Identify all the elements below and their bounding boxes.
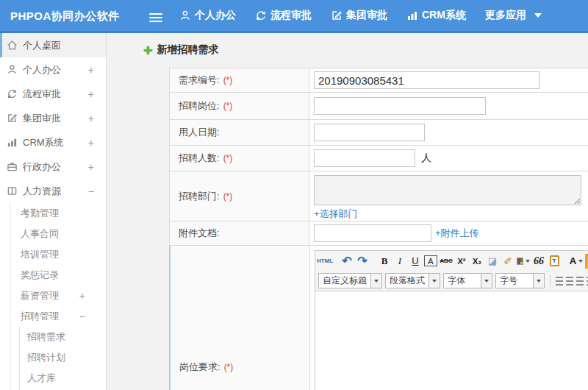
expand-icon[interactable]: + bbox=[88, 137, 94, 149]
undo-icon[interactable]: ↶ bbox=[340, 254, 354, 269]
eraser-icon[interactable]: ◪ bbox=[486, 254, 499, 269]
add-plus-icon: ✚ bbox=[143, 45, 153, 56]
person-icon bbox=[7, 64, 20, 75]
sidebar-item-workflow-approval[interactable]: 流程审批 + bbox=[0, 82, 106, 106]
nav-personal-office[interactable]: 个人办公 bbox=[179, 9, 236, 22]
paste-text-button[interactable]: T bbox=[548, 254, 561, 269]
department-textarea[interactable] bbox=[314, 175, 581, 205]
expand-icon[interactable]: + bbox=[88, 113, 94, 124]
sidebar-item-label: 人事合同 bbox=[21, 227, 59, 241]
underline-button[interactable]: U bbox=[409, 254, 422, 269]
sidebar-item-recruit-demand[interactable]: 招聘需求 bbox=[20, 327, 106, 347]
bold-button[interactable]: B bbox=[378, 254, 391, 269]
sidebar-item-label: 考勤管理 bbox=[21, 207, 59, 220]
sidebar-item-label: CRM系统 bbox=[23, 136, 64, 149]
recruit-submenu: 招聘需求 招聘计划 人才库 bbox=[19, 327, 106, 390]
page-title: ✚ 新增招聘需求 bbox=[143, 43, 219, 57]
color-palette-dropdown[interactable] bbox=[517, 254, 530, 269]
form-row-headcount: 招聘人数: (*) 人 bbox=[169, 146, 588, 171]
sidebar-item-label: 人力资源 bbox=[23, 185, 61, 198]
caret-down-icon bbox=[578, 260, 583, 263]
superscript-button[interactable]: X² bbox=[455, 254, 468, 269]
required-mark: (*) bbox=[224, 362, 234, 372]
field-label: 需求编号: (*) bbox=[170, 68, 309, 92]
main-content: ✚ 新增招聘需求 需求编号: (*) 招聘岗位: (*) bbox=[107, 33, 588, 390]
sidebar-item-recruitment[interactable]: 招聘管理 − bbox=[10, 306, 106, 327]
autotypeset-button[interactable]: A bbox=[424, 255, 437, 266]
hamburger-menu-icon[interactable] bbox=[149, 11, 164, 24]
expand-icon[interactable]: − bbox=[88, 185, 94, 197]
format-brush-icon[interactable]: ✐ bbox=[501, 254, 514, 269]
subscript-button[interactable]: X₂ bbox=[470, 254, 484, 269]
expand-icon[interactable]: + bbox=[79, 290, 85, 302]
attachment-input[interactable] bbox=[314, 224, 431, 242]
sidebar-item-personal-office[interactable]: 个人办公 + bbox=[0, 57, 106, 82]
field-label: 用人日期: bbox=[170, 120, 309, 145]
position-input[interactable] bbox=[314, 97, 486, 115]
demand-number-input[interactable] bbox=[314, 71, 539, 89]
html-source-button[interactable]: HTML bbox=[318, 254, 331, 269]
clipboard-icon: T bbox=[550, 255, 559, 266]
blockquote-button[interactable]: 66 bbox=[532, 254, 545, 269]
sidebar-item-label: 集团审批 bbox=[23, 112, 61, 125]
headcount-input[interactable] bbox=[314, 149, 415, 167]
app-window: PHPOA协同办公软件 个人办公 流程审批 bbox=[0, 0, 588, 390]
nav-label: 个人办公 bbox=[195, 9, 236, 22]
font-family-dropdown[interactable]: 字体 bbox=[443, 273, 492, 288]
caret-down-icon bbox=[374, 280, 379, 283]
italic-button[interactable]: I bbox=[393, 254, 406, 269]
align-left-icon[interactable] bbox=[556, 277, 563, 286]
sidebar-item-talent-pool[interactable]: 人才库 bbox=[20, 368, 106, 389]
sidebar-item-crm[interactable]: CRM系统 + bbox=[0, 130, 106, 155]
font-color-dropdown[interactable]: A bbox=[570, 254, 583, 269]
app-logo: PHPOA协同办公软件 bbox=[10, 10, 120, 24]
caret-down-icon bbox=[432, 280, 437, 283]
hire-date-input[interactable] bbox=[314, 124, 425, 141]
sidebar-item-desktop[interactable]: 个人桌面 bbox=[0, 33, 106, 57]
sidebar-item-label: 个人桌面 bbox=[23, 39, 61, 52]
paragraph-format-dropdown[interactable]: 段落格式 bbox=[385, 273, 440, 288]
sidebar-item-group-approval[interactable]: 集团审批 + bbox=[0, 106, 106, 130]
sidebar-item-hr-contract[interactable]: 人事合同 bbox=[10, 224, 106, 244]
select-department-link[interactable]: +选择部门 bbox=[314, 208, 358, 221]
sidebar-item-salary[interactable]: 薪资管理 + bbox=[10, 286, 106, 306]
history-icon bbox=[255, 10, 267, 21]
sidebar-item-admin-office[interactable]: 行政办公 + bbox=[0, 155, 106, 179]
align-center-icon[interactable] bbox=[566, 277, 573, 286]
custom-title-dropdown[interactable]: 自定义标题 bbox=[318, 273, 382, 288]
align-right-icon[interactable] bbox=[576, 277, 584, 286]
field-label: 附件文档: bbox=[170, 221, 309, 245]
redo-icon[interactable]: ↷ bbox=[356, 254, 369, 269]
nav-more-apps[interactable]: 更多应用 bbox=[485, 9, 542, 22]
bar-chart-icon bbox=[7, 137, 20, 148]
bar-chart-icon bbox=[406, 10, 418, 21]
sidebar-item-label: 招聘计划 bbox=[27, 351, 65, 364]
caret-down-icon bbox=[534, 13, 542, 18]
field-label: 岗位要求: (*) bbox=[171, 246, 310, 390]
sidebar-item-training[interactable]: 培训管理 bbox=[10, 244, 106, 265]
editor-content-area[interactable] bbox=[315, 291, 588, 390]
palette-icon bbox=[517, 258, 523, 265]
expand-icon[interactable]: + bbox=[88, 161, 94, 173]
sidebar-item-recruit-plan[interactable]: 招聘计划 bbox=[20, 347, 106, 368]
attachment-upload-link[interactable]: +附件上传 bbox=[435, 227, 479, 240]
sidebar-item-reward-punishment[interactable]: 奖惩记录 bbox=[10, 265, 106, 286]
sidebar-item-label: 培训管理 bbox=[21, 248, 59, 261]
nav-crm-system[interactable]: CRM系统 bbox=[406, 9, 466, 22]
expand-icon[interactable]: + bbox=[88, 64, 94, 76]
font-size-dropdown[interactable]: 字号 bbox=[495, 273, 545, 288]
nav-label: CRM系统 bbox=[422, 9, 466, 22]
editor-toolbar-row2: 自定义标题 段落格式 字体 bbox=[315, 271, 588, 291]
rich-text-editor: HTML ↶ ↷ B I U A ABC X² X₂ ◪ bbox=[315, 250, 588, 390]
nav-workflow-approval[interactable]: 流程审批 bbox=[255, 9, 312, 22]
nav-group-approval[interactable]: 集团审批 bbox=[331, 9, 387, 22]
sidebar-item-attendance[interactable]: 考勤管理 bbox=[10, 203, 106, 224]
sidebar-item-hr[interactable]: 人力资源 − bbox=[0, 179, 106, 203]
form-row-hire-date: 用人日期: bbox=[169, 120, 588, 146]
expand-icon[interactable]: − bbox=[79, 311, 85, 322]
highlight-color-button[interactable]: ab bbox=[585, 254, 588, 269]
form-row-position: 招聘岗位: (*) bbox=[169, 93, 588, 120]
strikethrough-button[interactable]: ABC bbox=[440, 254, 453, 269]
expand-icon[interactable]: + bbox=[88, 88, 94, 100]
form-row-attachment: 附件文档: +附件上传 bbox=[169, 221, 588, 246]
